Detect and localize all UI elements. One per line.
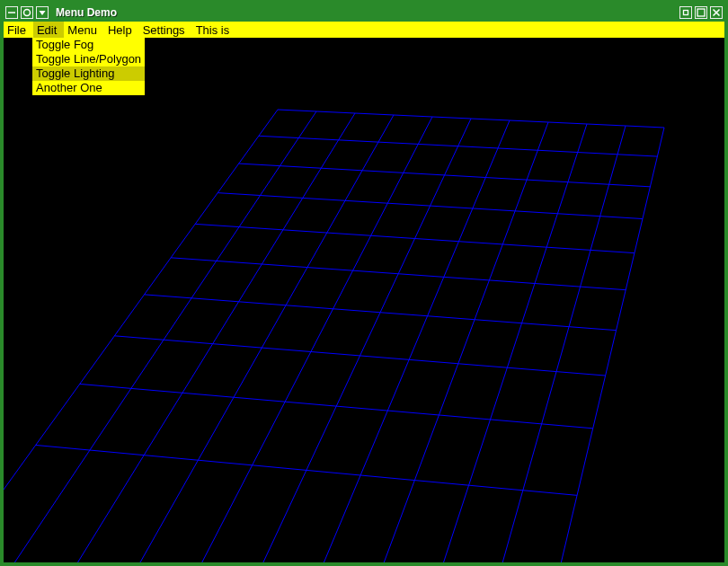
svg-line-15 bbox=[182, 117, 432, 562]
svg-line-24 bbox=[239, 164, 651, 187]
svg-line-26 bbox=[259, 136, 658, 156]
down-triangle-icon[interactable] bbox=[36, 6, 49, 19]
menu-label: This is bbox=[196, 23, 230, 37]
minimize-icon[interactable] bbox=[5, 6, 18, 19]
maximize-icon[interactable] bbox=[695, 6, 707, 19]
svg-line-23 bbox=[422, 124, 587, 562]
svg-line-11 bbox=[61, 113, 355, 562]
window-frame: Menu Demo File Edit Menu Help Settings T… bbox=[0, 0, 728, 566]
menu-help[interactable]: Help bbox=[104, 22, 139, 38]
menu-label: Settings bbox=[143, 23, 185, 37]
close-icon[interactable] bbox=[710, 6, 723, 19]
titlebar-right-controls bbox=[679, 6, 723, 19]
menu-menu[interactable]: Menu bbox=[64, 22, 104, 38]
menu-this-is[interactable]: This is bbox=[192, 22, 237, 38]
gl-viewport[interactable] bbox=[4, 38, 724, 562]
circle-icon[interactable] bbox=[21, 6, 33, 19]
svg-marker-2 bbox=[40, 11, 46, 15]
dropdown-item-another-one[interactable]: Another One bbox=[32, 81, 145, 95]
svg-line-17 bbox=[242, 119, 471, 562]
dropdown-item-toggle-line-polygon[interactable]: Toggle Line/Polygon bbox=[32, 52, 145, 66]
svg-line-19 bbox=[302, 120, 510, 562]
window-content: File Edit Menu Help Settings This is Tog… bbox=[4, 22, 724, 562]
menu-label: Edit bbox=[37, 23, 57, 37]
dropdown-item-toggle-lighting[interactable]: Toggle Lighting bbox=[32, 66, 145, 81]
menubar: File Edit Menu Help Settings This is bbox=[4, 22, 724, 38]
dropdown-label: Toggle Line/Polygon bbox=[36, 52, 141, 66]
menu-file[interactable]: File bbox=[4, 22, 33, 38]
svg-line-22 bbox=[218, 193, 643, 219]
menu-label: Menu bbox=[67, 23, 97, 37]
svg-line-25 bbox=[483, 126, 626, 562]
svg-point-1 bbox=[24, 10, 31, 16]
restore-small-icon[interactable] bbox=[679, 6, 692, 19]
menu-label: Help bbox=[108, 23, 132, 37]
svg-line-20 bbox=[195, 224, 635, 252]
menu-label: File bbox=[7, 23, 26, 37]
edit-dropdown: Toggle Fog Toggle Line/Polygon Toggle Li… bbox=[32, 38, 145, 95]
svg-line-13 bbox=[121, 115, 394, 562]
dropdown-item-toggle-fog[interactable]: Toggle Fog bbox=[32, 38, 145, 52]
dropdown-label: Another One bbox=[36, 81, 102, 94]
dropdown-label: Toggle Fog bbox=[36, 38, 93, 51]
window-title: Menu Demo bbox=[50, 6, 678, 19]
titlebar: Menu Demo bbox=[4, 4, 724, 22]
svg-line-27 bbox=[543, 128, 664, 562]
svg-line-21 bbox=[362, 122, 548, 562]
titlebar-left-controls bbox=[5, 6, 49, 19]
grid-render bbox=[4, 38, 724, 562]
dropdown-label: Toggle Lighting bbox=[36, 66, 114, 80]
svg-line-9 bbox=[4, 111, 316, 562]
svg-rect-3 bbox=[684, 11, 688, 15]
svg-line-28 bbox=[278, 110, 664, 128]
menu-settings[interactable]: Settings bbox=[139, 22, 192, 38]
svg-rect-4 bbox=[697, 9, 705, 16]
svg-line-18 bbox=[171, 258, 626, 290]
menu-edit[interactable]: Edit bbox=[33, 22, 64, 38]
